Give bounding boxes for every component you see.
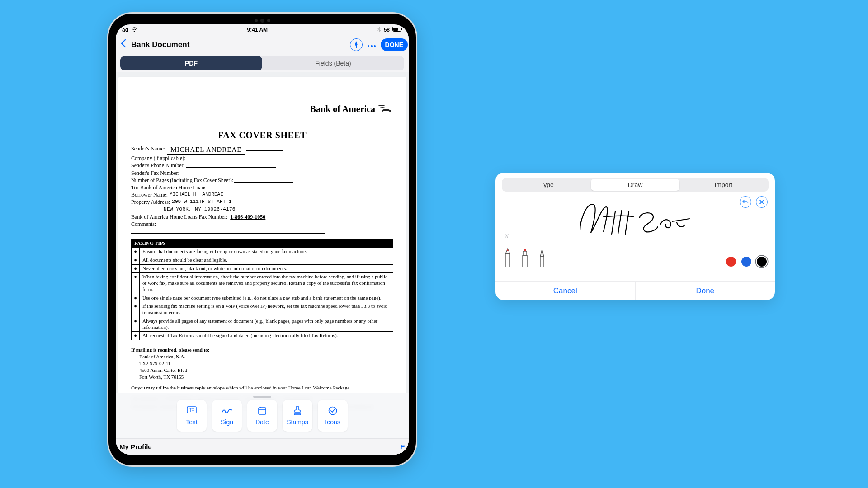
signature-baseline: [502, 239, 769, 239]
svg-rect-2: [401, 28, 402, 30]
bank-logo: Bank of America: [310, 104, 391, 114]
bank-name: Bank of America: [310, 104, 375, 114]
battery-icon: [392, 27, 402, 33]
confirm-done-button[interactable]: Done: [636, 282, 775, 300]
view-mode-segmented-wrap: PDF Fields (Beta): [116, 54, 409, 72]
pen-fountain[interactable]: [538, 248, 547, 267]
label-bofa-fax: Bank of America Home Loans Fax Number:: [131, 213, 227, 221]
battery-percent: 58: [384, 27, 390, 33]
done-button[interactable]: DONE: [381, 38, 408, 51]
svg-rect-1: [393, 28, 398, 31]
svg-rect-11: [522, 256, 528, 267]
faxing-tips-heading: FAXING TIPS: [131, 239, 393, 247]
fax-title: FAX COVER SHEET: [131, 130, 393, 141]
svg-point-6: [374, 45, 376, 47]
tool-sign[interactable]: Sign: [212, 400, 242, 432]
tool-stamps-label: Stamps: [287, 418, 308, 426]
value-sender-name: MICHAEL ANDREAE: [167, 145, 245, 155]
tip-1: All documents should be clear and legibl…: [140, 256, 393, 264]
view-mode-segmented: PDF Fields (Beta): [120, 56, 404, 70]
value-addr2: NEW YORK, NY 10026-4176: [164, 206, 393, 212]
signature-footer: Cancel Done: [495, 281, 775, 300]
tab-pdf[interactable]: PDF: [120, 56, 262, 70]
label-pages: Number of Pages (including Fax Cover She…: [131, 177, 233, 184]
document-title: Bank Document: [131, 40, 189, 49]
tip-4: Use one single page per document type su…: [140, 294, 393, 302]
bank-flag-icon: [377, 104, 391, 114]
tab-draw[interactable]: Draw: [591, 179, 679, 191]
color-blue[interactable]: [741, 257, 751, 267]
checkmark-circle-icon: [328, 406, 338, 416]
svg-rect-13: [524, 249, 526, 251]
faxing-tips-table: ●Ensure that documents are facing either…: [131, 247, 393, 340]
svg-rect-9: [259, 408, 266, 414]
tool-stamps[interactable]: Stamps: [283, 400, 312, 432]
svg-point-5: [371, 45, 373, 47]
tip-0: Ensure that documents are facing either …: [140, 248, 393, 256]
value-borrower: MICHAEL H. ANDREAE: [170, 191, 223, 198]
more-button[interactable]: [367, 40, 376, 50]
mailing-line-3: Fort Worth, TX 76155: [139, 374, 393, 380]
tool-date[interactable]: Date: [247, 400, 277, 432]
ipad-camera: [244, 18, 280, 23]
svg-rect-14: [540, 257, 544, 267]
value-addr1: 209 W 111TH ST APT 1: [172, 198, 231, 206]
tool-text-label: Text: [186, 418, 198, 426]
svg-rect-3: [356, 46, 357, 48]
stamp-icon: [293, 406, 302, 416]
svg-rect-12: [523, 251, 527, 256]
signature-body: X: [495, 194, 775, 281]
label-borrower: Borrower Name:: [131, 191, 168, 198]
profile-title: My Profile: [119, 443, 152, 450]
mailing-block: If mailing is required, please send to: …: [131, 347, 393, 391]
clock: 9:41 AM: [247, 27, 268, 33]
label-sender-fax: Sender's Fax Number:: [131, 169, 179, 177]
signature-canvas[interactable]: X: [502, 197, 769, 247]
bluetooth-icon: [377, 27, 381, 33]
signature-mode-segmented: Type Draw Import: [502, 178, 769, 192]
color-red[interactable]: [726, 257, 736, 267]
tab-import[interactable]: Import: [679, 179, 768, 191]
profile-bar: My Profile E: [116, 438, 409, 455]
pen-pencil[interactable]: [504, 248, 513, 267]
mailing-line-1: TX2-979-02-11: [139, 360, 393, 367]
tip-3: When faxing confidential information, ch…: [140, 273, 393, 293]
mailing-line-2: 4500 Amon Carter Blvd: [139, 367, 393, 374]
value-fax: 1-866-409-1050: [230, 213, 265, 221]
pen-marker[interactable]: [521, 248, 530, 267]
label-sender-name: Sender's Name:: [131, 145, 165, 155]
label-company: Company (if applicable):: [131, 155, 186, 162]
tool-text[interactable]: T Text: [177, 400, 207, 432]
tip-6: Always provide all pages of any statemen…: [140, 317, 393, 332]
back-button[interactable]: [119, 39, 128, 51]
drag-handle[interactable]: [253, 396, 271, 398]
svg-point-4: [368, 45, 369, 47]
text-icon: T: [187, 406, 197, 416]
signature-panel: Type Draw Import X: [495, 173, 775, 300]
label-comments: Comments:: [131, 221, 156, 228]
value-to: Bank of America Home Loans: [140, 184, 207, 191]
drawn-signature: [576, 199, 694, 239]
tool-icons[interactable]: Icons: [318, 400, 348, 432]
color-black[interactable]: [757, 257, 767, 267]
mailing-heading: If mailing is required, please send to:: [131, 347, 393, 353]
edit-button[interactable]: E: [401, 443, 405, 450]
nav-bar: Bank Document DONE: [116, 35, 409, 54]
svg-point-16: [542, 254, 543, 255]
ipad-frame: ad 9:41 AM 58 Bank: [108, 14, 416, 465]
mailing-alt: Or you may utilize the business reply en…: [131, 385, 393, 391]
tool-sign-label: Sign: [221, 418, 233, 426]
calendar-icon: [258, 406, 267, 416]
wifi-icon: [131, 27, 137, 33]
svg-point-10: [329, 407, 337, 415]
sign-icon: [221, 406, 233, 416]
tab-fields[interactable]: Fields (Beta): [262, 56, 404, 70]
pen-tool-button[interactable]: [350, 38, 363, 51]
tab-type[interactable]: Type: [503, 179, 591, 191]
tool-icons-label: Icons: [325, 418, 340, 426]
status-bar: ad 9:41 AM 58: [116, 24, 409, 35]
cancel-button[interactable]: Cancel: [495, 282, 636, 300]
label-property: Property Address:: [131, 198, 170, 206]
tool-date-label: Date: [255, 418, 269, 426]
pen-options-row: [502, 247, 769, 268]
